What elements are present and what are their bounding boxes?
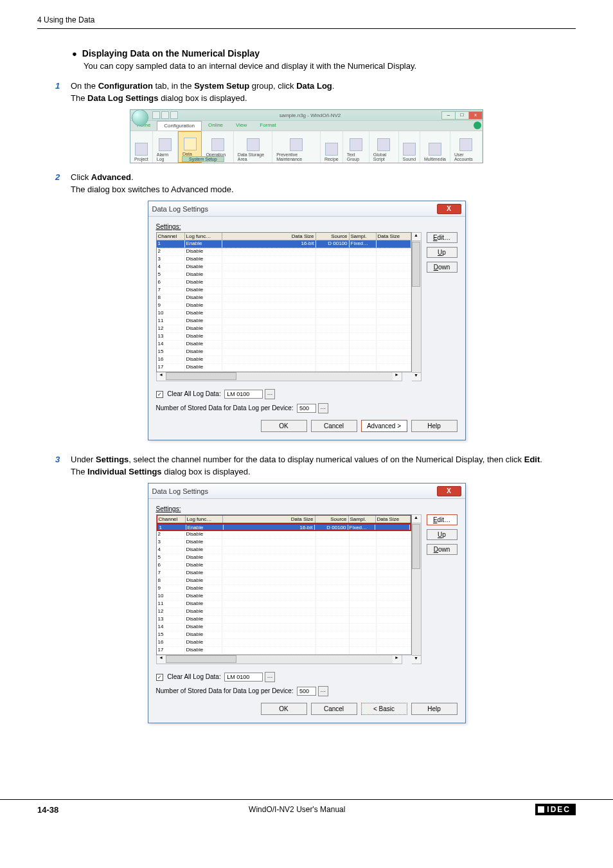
ribbon-user-accounts[interactable]: User Accounts [450, 131, 483, 163]
table-row[interactable]: 17Disable [157, 364, 411, 372]
ribbon-preventive[interactable]: Preventive Maintenance [272, 131, 321, 163]
table-row[interactable]: 2Disable [157, 531, 411, 539]
dialog-close-button[interactable]: X [437, 486, 461, 496]
v-scrollbar[interactable]: ▲▼ [412, 232, 422, 381]
table-row[interactable]: 10Disable [157, 593, 411, 601]
col-source[interactable]: Source [316, 233, 350, 240]
scroll-left-icon[interactable]: ◄ [157, 655, 166, 664]
scroll-thumb[interactable] [166, 372, 236, 380]
tab-configuration[interactable]: Configuration [157, 121, 202, 131]
table-row[interactable]: 15Disable [157, 631, 411, 639]
col-channel[interactable]: Channel [157, 516, 186, 523]
browse-button[interactable]: … [318, 686, 328, 696]
col-data-size[interactable]: Data Size [223, 516, 315, 523]
ribbon-global-script[interactable]: Global Script [369, 131, 399, 163]
ribbon-data-storage[interactable]: Data Storage Area [234, 131, 272, 163]
table-row[interactable]: 14Disable [157, 341, 411, 348]
up-button[interactable]: Up [427, 247, 458, 258]
ribbon-recipe[interactable]: Recipe [321, 131, 343, 163]
scroll-right-icon[interactable]: ► [393, 372, 402, 381]
qat-icon[interactable] [170, 111, 178, 119]
scroll-thumb[interactable] [412, 242, 420, 287]
table-row[interactable]: 7Disable [157, 570, 411, 577]
cancel-button[interactable]: Cancel [311, 703, 357, 715]
col-source[interactable]: Source [315, 516, 349, 523]
settings-table[interactable]: Channel Log func… Data Size Source Sampl… [156, 514, 412, 655]
browse-button[interactable]: … [265, 672, 275, 682]
clear-all-field[interactable]: LM 0100 [224, 673, 263, 682]
table-row[interactable]: 13Disable [157, 616, 411, 624]
basic-button[interactable]: < Basic [361, 703, 407, 715]
col-data-size[interactable]: Data Size [222, 233, 316, 240]
app-orb-icon[interactable] [132, 109, 148, 126]
up-button[interactable]: Up [427, 529, 458, 540]
browse-button[interactable]: … [318, 403, 328, 413]
dialog-close-button[interactable]: X [437, 204, 461, 214]
ok-button[interactable]: OK [261, 703, 307, 715]
ribbon-text-group[interactable]: Text Group [343, 131, 369, 163]
table-row[interactable]: 17Disable [157, 647, 411, 655]
table-row[interactable]: 14Disable [157, 624, 411, 631]
qat-icon[interactable] [161, 111, 169, 119]
clear-all-field[interactable]: LM 0100 [224, 390, 263, 399]
scroll-left-icon[interactable]: ◄ [157, 372, 166, 381]
maximize-button[interactable]: □ [455, 111, 469, 120]
scroll-up-icon[interactable]: ▲ [412, 515, 421, 523]
num-stored-field[interactable]: 500 [297, 687, 316, 696]
help-button[interactable]: Help [411, 703, 458, 715]
edit-button[interactable]: Edit… [427, 232, 458, 243]
table-row[interactable]: 6Disable [157, 279, 411, 287]
col-log-func[interactable]: Log func… [185, 233, 222, 240]
table-row[interactable]: 7Disable [157, 287, 411, 294]
scroll-thumb[interactable] [412, 524, 420, 569]
edit-button-highlighted[interactable]: Edit… [427, 514, 458, 525]
table-row-selected-highlighted[interactable]: 1 Enable 16-bit D 00100 Fixed… [157, 523, 411, 531]
table-row[interactable]: 10Disable [157, 310, 411, 318]
scroll-down-icon[interactable]: ▼ [412, 655, 421, 664]
col-sampl[interactable]: Sampl. [349, 516, 376, 523]
ribbon-alarm-log[interactable]: Alarm Log [153, 131, 178, 163]
table-row[interactable]: 6Disable [157, 562, 411, 570]
tab-format[interactable]: Format [253, 121, 282, 131]
col-log-func[interactable]: Log func… [186, 516, 223, 523]
qat-icon[interactable] [152, 111, 160, 119]
col-channel[interactable]: Channel [157, 233, 185, 240]
clear-all-checkbox[interactable]: ✓ [156, 674, 163, 681]
table-row[interactable]: 13Disable [157, 333, 411, 341]
table-row[interactable]: 12Disable [157, 608, 411, 616]
scroll-down-icon[interactable]: ▼ [412, 372, 421, 381]
scroll-thumb[interactable] [166, 655, 236, 663]
table-header[interactable]: Channel Log func… Data Size Source Sampl… [157, 233, 411, 240]
help-icon[interactable] [474, 122, 481, 129]
tab-view[interactable]: View [229, 121, 253, 131]
minimize-button[interactable]: – [441, 111, 456, 120]
table-row[interactable]: 3Disable [157, 539, 411, 547]
table-row[interactable]: 8Disable [157, 577, 411, 585]
table-row[interactable]: 12Disable [157, 325, 411, 333]
browse-button[interactable]: … [265, 389, 275, 399]
table-row[interactable]: 11Disable [157, 318, 411, 325]
num-stored-field[interactable]: 500 [297, 404, 316, 413]
v-scrollbar[interactable]: ▲▼ [412, 514, 422, 664]
tab-online[interactable]: Online [202, 121, 229, 131]
col-data-size2[interactable]: Data Size [376, 516, 411, 523]
table-row[interactable]: 4Disable [157, 264, 411, 271]
h-scrollbar[interactable]: ◄► [156, 372, 402, 381]
table-row[interactable]: 9Disable [157, 585, 411, 593]
table-row[interactable]: 9Disable [157, 302, 411, 310]
ribbon-multimedia[interactable]: Multimedia [420, 131, 450, 163]
table-row[interactable]: 15Disable [157, 348, 411, 356]
ok-button[interactable]: OK [261, 420, 307, 432]
col-sampl[interactable]: Sampl. [350, 233, 377, 240]
table-row[interactable]: 3Disable [157, 256, 411, 264]
ribbon-project[interactable]: Project [130, 131, 153, 163]
h-scrollbar[interactable]: ◄► [156, 655, 402, 664]
table-header-highlighted[interactable]: Channel Log func… Data Size Source Sampl… [157, 515, 411, 523]
cancel-button[interactable]: Cancel [311, 420, 357, 432]
help-button[interactable]: Help [411, 420, 458, 432]
table-row[interactable]: 4Disable [157, 547, 411, 554]
scroll-right-icon[interactable]: ► [393, 655, 402, 664]
table-row[interactable]: 2Disable [157, 248, 411, 256]
down-button[interactable]: Down [427, 544, 458, 555]
close-button[interactable]: x [468, 111, 483, 120]
